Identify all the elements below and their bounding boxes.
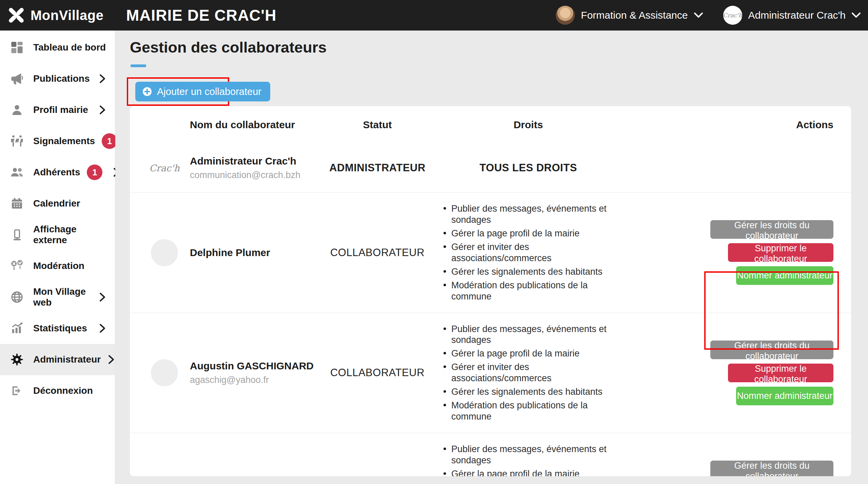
right-item: Gérer et inviter des associations/commer… [442,362,625,384]
right-item: Gérer la page profil de la mairie [442,468,625,476]
globe-icon [7,290,26,304]
brand[interactable]: MonVillage [0,6,115,24]
add-collaborator-button[interactable]: Ajouter un collaborateur [135,82,270,101]
notification-badge: 1 [87,164,102,180]
manage-rights-button[interactable]: Gérer les droits du collaborateur [710,341,833,359]
sidebar-item-adherents[interactable]: Adhérents 1 [0,157,115,188]
topbar: MonVillage MAIRIE DE CRAC'H Formation & … [0,0,868,31]
menu-label: Administrateur Crac'h [748,9,846,21]
column-header-name: Nom du collaborateur [181,119,323,131]
menu-admin-account[interactable]: Crac'h Administrateur Crac'h [723,6,861,25]
sidebar-item-label: Déconnexion [33,385,93,396]
table-header: Nom du collaborateur Statut Droits Actio… [130,106,851,143]
moderation-icon [7,259,26,273]
right-item: Gérer les signalements des habitants [442,266,625,277]
table-row-delphine-plumer: Delphine Plumer COLLABORATEUR Publier de… [130,193,851,313]
promote-admin-button[interactable]: Nommer administrateur [736,387,833,405]
right-item: Modération des publications de la commun… [442,280,625,302]
people-icon [7,165,26,179]
account-avatar: Crac'h [723,6,742,25]
right-item: Publier des messages, événements et sond… [442,444,625,466]
dashboard-icon [7,41,26,54]
calendar-icon [7,197,26,210]
sidebar-item-calendrier[interactable]: Calendrier [0,188,115,219]
right-item: Gérer la page profil de la mairie [442,348,625,359]
right-item: Modération des publications de la commun… [442,400,625,422]
sidebar-item-profil-mairie[interactable]: Profil mairie [0,94,115,125]
rights-list: Publier des messages, événements et sond… [442,441,625,476]
collaborator-email: communication@crach.bzh [190,170,323,180]
brand-name: MonVillage [31,8,103,23]
logout-icon [7,384,26,398]
table-row-heloise-r: Héloïse R conseiller.numerique@crach.bzh… [130,433,851,476]
title-underline [131,64,146,67]
chevron-right-icon [99,323,106,333]
collaborator-status: ADMINISTRATEUR [323,162,432,174]
chevron-right-icon [99,292,106,302]
column-header-actions: Actions [625,119,851,131]
right-item: Gérer les signalements des habitants [442,386,625,398]
formation-avatar [556,6,575,25]
chevron-right-icon [99,74,106,84]
sidebar-item-deconnexion[interactable]: Déconnexion [0,375,115,406]
right-item: Gérer la page profil de la mairie [442,228,625,239]
sidebar-item-signalements[interactable]: Signalements 1 [0,125,115,157]
delete-collaborator-button[interactable]: Supprimer le collaborateur [728,364,833,382]
topbar-menus: Formation & Assistance Crac'h Administra… [556,6,868,25]
delete-collaborator-button[interactable]: Supprimer le collaborateur [728,243,833,262]
page-title: Gestion des collaborateurs [130,39,327,56]
collaborator-name: Administrateur Crac'h [190,155,323,167]
menu-formation-assistance[interactable]: Formation & Assistance [556,6,703,25]
gear-icon [7,352,26,367]
sidebar-item-label: Affichage externe [33,224,106,246]
stats-icon [7,322,26,335]
manage-rights-button[interactable]: Gérer les droits du collaborateur [710,220,833,239]
sidebar-item-moderation[interactable]: Modération [0,250,115,282]
plus-circle-icon [142,86,152,97]
avatar-placeholder [151,359,178,386]
manage-rights-button[interactable]: Gérer les droits du collaborateur [710,461,833,476]
sidebar-item-label: Signalements [33,136,95,147]
right-item: Publier des messages, événements et sond… [442,203,625,226]
right-item: Publier des messages, événements et sond… [442,324,625,346]
sidebar-item-mon-village-web[interactable]: Mon Village web [0,282,115,313]
person-icon [7,103,26,117]
sidebar: Tableau de bord Publications Profil mair… [0,31,115,484]
main-content: Gestion des collaborateurs Ajouter un co… [115,31,868,484]
collaborator-email: agaschig@yahoo.fr [190,375,323,385]
collaborator-status: COLLABORATEUR [323,247,432,259]
sidebar-item-label: Profil mairie [33,104,88,115]
monvillage-logo-icon [7,6,25,24]
sidebar-item-tableau-de-bord[interactable]: Tableau de bord [0,32,115,63]
rights-summary: TOUS LES DROITS [479,162,577,174]
chevron-right-icon [107,354,115,365]
table-row-augustin-gaschignard: Augustin GASCHIGNARD agaschig@yahoo.fr C… [130,313,851,433]
sidebar-item-administrateur[interactable]: Administrateur [0,344,115,375]
sidebar-item-label: Publications [33,73,90,84]
megaphone-icon [7,72,26,86]
sidebar-item-label: Calendrier [33,198,80,209]
chevron-right-icon [99,105,106,115]
sidebar-item-label: Modération [33,260,84,271]
collaborator-status: COLLABORATEUR [323,367,432,379]
add-collaborator-label: Ajouter un collaborateur [157,86,261,97]
chevron-down-icon [852,13,861,18]
crach-logo-avatar: Crac'h [151,154,178,181]
promote-admin-button[interactable]: Nommer administrateur [736,266,833,285]
sidebar-item-affichage-externe[interactable]: Affichage externe [0,219,115,250]
table-row-administrateur: Crac'h Administrateur Crac'h communicati… [130,143,851,193]
sidebar-item-label: Administrateur [33,354,101,365]
right-item: Gérer et inviter des associations/commer… [442,241,625,264]
rights-list: Publier des messages, événements et sond… [442,201,625,305]
sidebar-item-statistiques[interactable]: Statistiques [0,313,115,344]
menu-label: Formation & Assistance [581,9,688,21]
app-root: MonVillage MAIRIE DE CRAC'H Formation & … [0,0,868,484]
sidebar-item-label: Mon Village web [33,286,92,308]
collaborators-table: Nom du collaborateur Statut Droits Actio… [130,106,851,476]
sidebar-item-publications[interactable]: Publications [0,63,115,94]
collaborator-name: Augustin GASCHIGNARD [190,360,323,372]
avatar-placeholder [151,239,178,266]
column-header-rights: Droits [432,119,625,131]
sidebar-item-label: Adhérents [33,167,80,178]
column-header-status: Statut [323,119,432,131]
